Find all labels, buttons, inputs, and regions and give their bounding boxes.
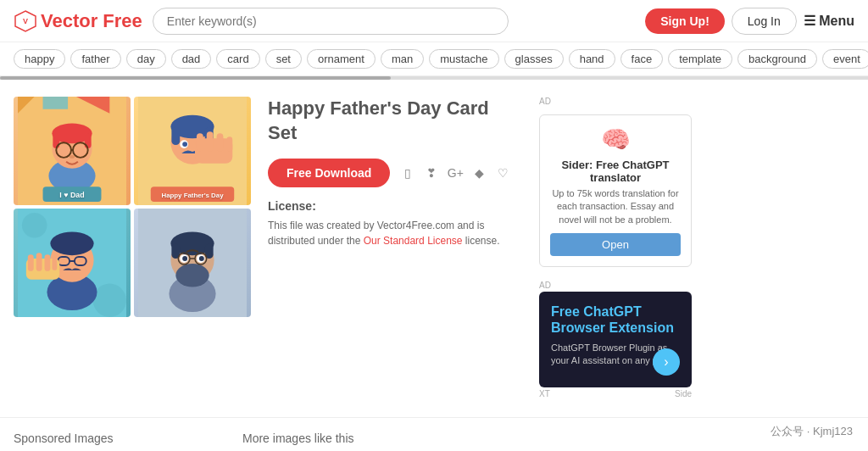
sponsored-section: Sponsored Images HAPPY Father's Day Card… xyxy=(14,432,225,451)
ad1-desc: Up to 75k words translation for each tra… xyxy=(550,187,681,226)
sponsored-title: Sponsored Images xyxy=(14,432,225,445)
googleplus-icon[interactable]: G+ xyxy=(446,164,465,182)
tag-pill-mustache[interactable]: mustache xyxy=(429,49,498,69)
image-cell-1[interactable]: I ♥ Dad xyxy=(14,97,131,205)
ad2-arrow-button[interactable]: › xyxy=(653,348,680,376)
svg-text:Happy Father's Day: Happy Father's Day xyxy=(161,192,224,199)
scroll-thumb xyxy=(0,76,391,80)
product-title: Happy Father's Day Card Set xyxy=(268,97,522,145)
svg-point-35 xyxy=(93,284,126,317)
svg-rect-27 xyxy=(197,133,203,152)
search-bar xyxy=(153,8,509,35)
tag-pill-hand[interactable]: hand xyxy=(569,49,615,69)
bottom-section: Sponsored Images HAPPY Father's Day Card… xyxy=(0,417,868,451)
tag-pill-dad[interactable]: dad xyxy=(171,49,212,69)
main-content: I ♥ Dad xyxy=(0,80,868,417)
tag-pill-man[interactable]: man xyxy=(381,49,424,69)
svg-rect-29 xyxy=(217,133,224,152)
facebook-icon[interactable]: ▯ xyxy=(398,164,417,182)
menu-icon: ☰ xyxy=(804,14,815,28)
svg-marker-4 xyxy=(43,97,69,109)
scroll-indicator xyxy=(0,76,868,80)
menu-label: Menu xyxy=(819,14,854,28)
pinterest-icon[interactable]: ◆ xyxy=(470,164,488,182)
download-button[interactable]: Free Download xyxy=(268,159,390,187)
tag-pill-day[interactable]: day xyxy=(126,49,166,69)
header: V Vector Free Sign Up! Log In ☰ Menu xyxy=(0,0,868,42)
social-icons: ▯ ❣ G+ ◆ ♡ xyxy=(398,164,512,182)
ad2-xt-bar: XT Side xyxy=(539,387,692,400)
tag-pill-card[interactable]: card xyxy=(216,49,259,69)
svg-text:I ♥ Dad: I ♥ Dad xyxy=(59,191,84,199)
signup-button[interactable]: Sign Up! xyxy=(645,8,725,34)
search-input[interactable] xyxy=(153,8,509,35)
image-cell-3[interactable] xyxy=(14,209,131,317)
license-text: This file was created by Vector4Free.com… xyxy=(268,218,522,248)
image-cell-2[interactable]: Happy Father's Day xyxy=(134,97,251,205)
ad2-box: Free ChatGPT Browser Extension ChatGPT B… xyxy=(539,292,692,387)
tag-pill-event[interactable]: event xyxy=(822,49,868,69)
svg-point-53 xyxy=(175,264,209,287)
ad1-title: Sider: Free ChatGPT translator xyxy=(550,159,681,184)
ad1-icon: 🧠 xyxy=(550,125,681,153)
svg-rect-10 xyxy=(85,133,92,148)
tag-pill-background[interactable]: background xyxy=(737,49,817,69)
svg-text:V: V xyxy=(23,17,28,25)
svg-rect-20 xyxy=(171,126,180,145)
ad-section: AD 🧠 Sider: Free ChatGPT translator Up t… xyxy=(539,97,692,400)
svg-rect-28 xyxy=(207,131,214,152)
login-button[interactable]: Log In xyxy=(732,8,797,35)
svg-rect-44 xyxy=(36,253,42,271)
ad1-open-button[interactable]: Open xyxy=(550,233,681,256)
tags-bar: happyfatherdaydadcardsetornamentmanmusta… xyxy=(0,42,868,76)
svg-rect-46 xyxy=(52,257,57,270)
svg-point-38 xyxy=(50,232,93,256)
more-images-section: More images like this xyxy=(242,432,854,451)
menu-button[interactable]: ☰ Menu xyxy=(804,13,854,29)
logo-text: Vector Free xyxy=(41,10,142,32)
license-label: License: xyxy=(268,199,522,213)
ad1-box: 🧠 Sider: Free ChatGPT translator Up to 7… xyxy=(539,114,692,267)
tag-pill-set[interactable]: set xyxy=(265,49,302,69)
ad2-label: AD xyxy=(539,281,692,290)
tag-pill-happy[interactable]: happy xyxy=(14,49,65,69)
image-grid: I ♥ Dad xyxy=(14,97,251,317)
svg-point-57 xyxy=(199,256,204,261)
header-actions: Sign Up! Log In ☰ Menu xyxy=(645,8,854,35)
license-section: License: This file was created by Vector… xyxy=(268,199,522,248)
logo-icon: V xyxy=(14,9,37,33)
tag-pill-template[interactable]: template xyxy=(668,49,732,69)
image-cell-4[interactable] xyxy=(134,209,251,317)
more-images-title: More images like this xyxy=(242,432,854,445)
svg-rect-45 xyxy=(45,254,51,271)
svg-rect-9 xyxy=(53,133,59,148)
logo[interactable]: V Vector Free xyxy=(14,9,142,33)
svg-rect-43 xyxy=(28,254,34,271)
license-link[interactable]: Our Standard License xyxy=(364,235,463,247)
tag-pill-father[interactable]: father xyxy=(70,49,120,69)
ad1-label: AD xyxy=(539,97,692,106)
ad2-xt-label: XT xyxy=(539,389,550,398)
tag-pill-ornament[interactable]: ornament xyxy=(307,49,376,69)
heart-icon[interactable]: ♡ xyxy=(493,164,512,182)
info-panel: Happy Father's Day Card Set Free Downloa… xyxy=(268,97,522,400)
action-buttons: Free Download ▯ ❣ G+ ◆ ♡ xyxy=(268,159,522,187)
svg-point-34 xyxy=(22,213,47,238)
license-suffix: license. xyxy=(465,235,500,247)
tag-pill-glasses[interactable]: glasses xyxy=(504,49,564,69)
twitter-icon[interactable]: ❣ xyxy=(422,164,441,182)
svg-point-56 xyxy=(182,256,187,261)
tag-pill-face[interactable]: face xyxy=(620,49,664,69)
ad2-side-label: Side xyxy=(675,389,692,398)
ad2-title: Free ChatGPT Browser Extension xyxy=(551,303,680,336)
svg-point-14 xyxy=(70,155,75,159)
svg-rect-30 xyxy=(226,136,232,152)
svg-point-24 xyxy=(182,142,187,147)
